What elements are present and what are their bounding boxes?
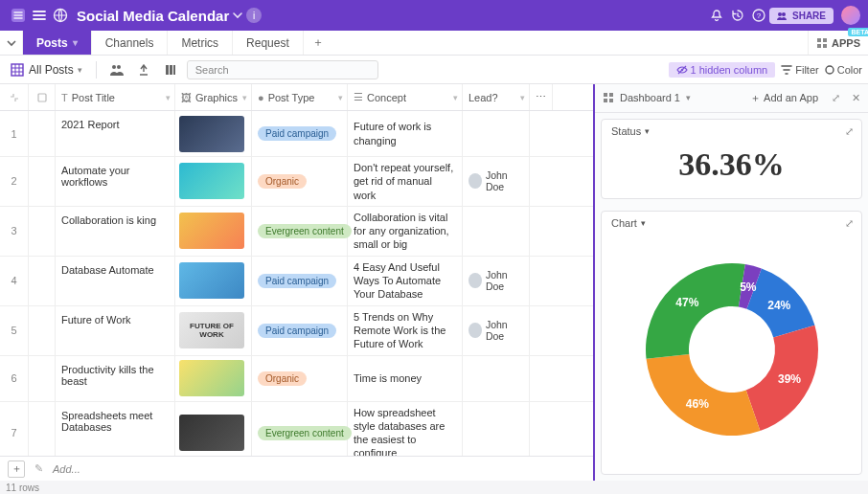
row-checkbox[interactable] [29, 257, 56, 305]
chevron-down-icon[interactable]: ▾ [645, 126, 650, 136]
hidden-columns-button[interactable]: 1 hidden column [669, 62, 776, 78]
cell-title[interactable]: Spreadsheets meet Databases [56, 402, 175, 456]
export-icon[interactable] [133, 59, 154, 80]
cell-title[interactable]: Future of Work [56, 306, 175, 355]
add-row-label[interactable]: Add... [53, 463, 80, 475]
cell-posttype[interactable]: Evergreen content [252, 402, 348, 456]
chevron-down-icon[interactable]: ▾ [73, 37, 78, 48]
info-icon[interactable]: i [246, 8, 262, 23]
hamburger-icon[interactable] [29, 5, 50, 26]
donut-slice[interactable] [646, 353, 760, 435]
tab-posts[interactable]: Posts ▾ [23, 31, 92, 55]
chevron-down-icon[interactable]: ▾ [453, 93, 458, 102]
add-app-button[interactable]: ＋ Add an App [750, 91, 818, 105]
tabs-caret-toggle[interactable] [0, 31, 23, 55]
cell-lead[interactable]: John Doe [463, 157, 530, 206]
user-avatar[interactable] [841, 6, 860, 25]
cell-posttype[interactable]: Paid campaign [252, 111, 348, 156]
cell-concept[interactable]: Don't repeat yourself, get rid of manual… [348, 157, 463, 206]
col-header-more[interactable]: ⋯ [530, 84, 553, 110]
cell-graphics[interactable] [175, 111, 252, 156]
expand-icon[interactable]: ⤢ [845, 217, 854, 230]
add-tab-button[interactable]: ＋ [304, 31, 332, 55]
cell-posttype[interactable]: Organic [252, 356, 348, 401]
checkbox-col-header[interactable] [29, 84, 56, 110]
view-selector[interactable]: All Posts ▾ [6, 59, 86, 80]
cell-posttype[interactable]: Paid campaign [252, 306, 348, 355]
row-checkbox[interactable] [29, 111, 56, 156]
cell-lead[interactable] [463, 207, 530, 256]
cell-graphics[interactable] [175, 356, 252, 401]
share-button[interactable]: SHARE [769, 8, 834, 24]
globe-icon[interactable] [50, 5, 71, 26]
search-input[interactable]: Search [187, 60, 378, 79]
table-row[interactable]: 12021 ReportPaid campaignFuture of work … [0, 111, 593, 157]
cell-concept[interactable]: Time is money [348, 356, 463, 401]
cell-lead[interactable]: John Doe [463, 257, 530, 305]
col-header-posttype[interactable]: ● Post Type ▾ [252, 84, 348, 110]
cell-concept[interactable]: How spreadsheet style databases are the … [348, 402, 463, 456]
chevron-down-icon[interactable]: ▾ [78, 65, 82, 75]
cell-title[interactable]: Automate your workflows [56, 157, 175, 206]
cell-lead[interactable] [463, 402, 530, 456]
row-checkbox[interactable] [29, 356, 56, 401]
expand-icon[interactable]: ⤢ [845, 125, 854, 138]
cell-posttype[interactable]: Organic [252, 157, 348, 206]
row-checkbox[interactable] [29, 157, 56, 206]
cell-title[interactable]: 2021 Report [56, 111, 175, 156]
cell-posttype[interactable]: Paid campaign [252, 257, 348, 305]
row-checkbox[interactable] [29, 207, 56, 256]
row-checkbox[interactable] [29, 402, 56, 456]
people-icon[interactable] [106, 59, 127, 80]
chevron-down-icon[interactable]: ▾ [520, 93, 525, 102]
row-checkbox[interactable] [29, 306, 56, 355]
filter-button[interactable]: Filter [781, 64, 818, 76]
table-row[interactable]: 6Productivity kills the beastOrganicTime… [0, 356, 593, 402]
close-icon[interactable]: ✕ [852, 92, 860, 104]
add-row-button[interactable]: ＋ [8, 460, 25, 478]
workspace-title[interactable]: Social Media Calendar [77, 8, 229, 24]
col-header-title[interactable]: T Post Title ▾ [56, 84, 175, 110]
chevron-down-icon[interactable]: ▾ [338, 93, 343, 102]
cell-graphics[interactable] [175, 157, 252, 206]
cell-lead[interactable] [463, 111, 530, 156]
status-card-title[interactable]: Status [611, 125, 641, 137]
tab-channels[interactable]: Channels [92, 31, 169, 55]
app-logo[interactable] [8, 5, 29, 26]
cell-posttype[interactable]: Evergreen content [252, 207, 348, 256]
col-header-graphics[interactable]: 🖼 Graphics ▾ [175, 84, 252, 110]
cell-graphics[interactable] [175, 257, 252, 305]
table-row[interactable]: 5Future of WorkFUTURE OF WORKPaid campai… [0, 306, 593, 356]
donut-slice[interactable] [646, 263, 745, 359]
cell-concept[interactable]: Future of work is changing [348, 111, 463, 156]
cell-lead[interactable]: John Doe [463, 306, 530, 355]
bell-icon[interactable] [706, 5, 727, 26]
table-row[interactable]: 7Spreadsheets meet DatabasesEvergreen co… [0, 402, 593, 456]
history-icon[interactable] [727, 5, 748, 26]
help-icon[interactable]: ? [748, 5, 769, 26]
apps-button[interactable]: APPS BETA [808, 31, 868, 55]
cell-concept[interactable]: 4 Easy And Useful Ways To Automate Your … [348, 257, 463, 305]
cell-graphics[interactable]: FUTURE OF WORK [175, 306, 252, 355]
cell-title[interactable]: Database Automate [56, 257, 175, 305]
table-row[interactable]: 2Automate your workflowsOrganicDon't rep… [0, 157, 593, 207]
cell-concept[interactable]: Collaboration is vital for any organizat… [348, 207, 463, 256]
chevron-down-icon[interactable]: ▾ [686, 93, 691, 102]
cell-graphics[interactable] [175, 402, 252, 456]
expand-icon[interactable]: ⤢ [832, 92, 840, 104]
chevron-down-icon[interactable] [233, 11, 242, 20]
columns-icon[interactable] [160, 59, 181, 80]
table-row[interactable]: 3Collaboration is kingEvergreen contentC… [0, 207, 593, 257]
col-header-concept[interactable]: ☰ Concept ▾ [348, 84, 463, 110]
cell-concept[interactable]: 5 Trends on Why Remote Work is the Futur… [348, 306, 463, 355]
cell-title[interactable]: Collaboration is king [56, 207, 175, 256]
chart-card-title[interactable]: Chart [611, 217, 637, 229]
chevron-down-icon[interactable]: ▾ [166, 93, 171, 102]
col-header-lead[interactable]: Lead? ▾ [463, 84, 530, 110]
tab-metrics[interactable]: Metrics [168, 31, 233, 55]
pencil-icon[interactable]: ✎ [34, 462, 43, 475]
chevron-down-icon[interactable]: ▾ [641, 218, 646, 228]
cell-graphics[interactable] [175, 207, 252, 256]
table-row[interactable]: 4Database AutomatePaid campaign4 Easy An… [0, 257, 593, 306]
expand-col-header[interactable] [0, 84, 29, 110]
